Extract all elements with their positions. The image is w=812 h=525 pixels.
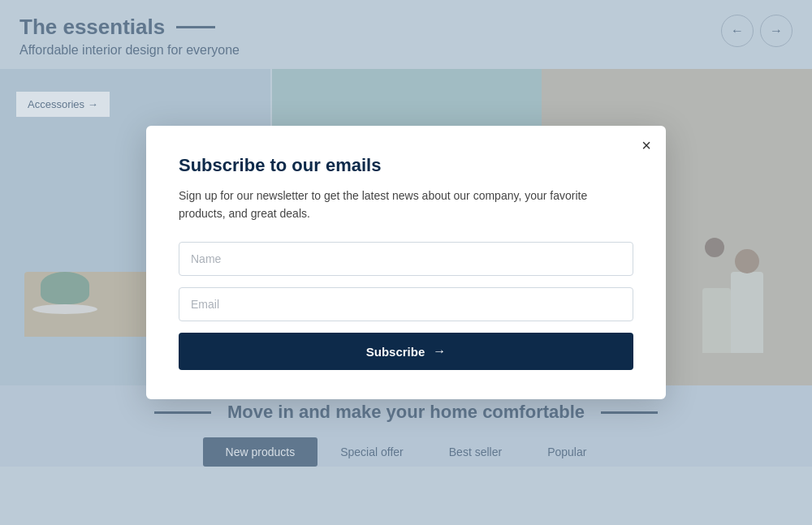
- modal-dialog: × Subscribe to our emails Sign up for ou…: [146, 126, 666, 399]
- modal-description: Sign up for our newsletter to get the la…: [179, 187, 633, 222]
- modal-overlay[interactable]: × Subscribe to our emails Sign up for ou…: [0, 0, 812, 525]
- modal-close-button[interactable]: ×: [641, 137, 651, 153]
- subscribe-button[interactable]: Subscribe →: [179, 333, 633, 370]
- modal-title: Subscribe to our emails: [179, 155, 633, 176]
- email-input[interactable]: [179, 287, 633, 321]
- subscribe-arrow-icon: →: [433, 344, 446, 359]
- name-input[interactable]: [179, 242, 633, 276]
- subscribe-label: Subscribe: [366, 345, 425, 359]
